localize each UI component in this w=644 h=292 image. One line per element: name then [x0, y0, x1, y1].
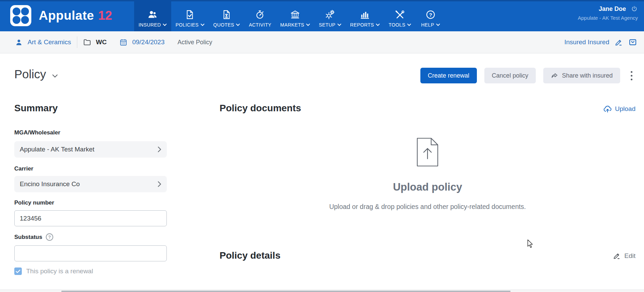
dropzone-hint: Upload or drag & drop policies and other… — [220, 203, 635, 211]
substatus-input[interactable] — [14, 245, 167, 261]
create-renewal-button[interactable]: Create renewal — [420, 68, 477, 83]
document-dropzone[interactable]: Upload policy Upload or drag & drop poli… — [220, 137, 635, 211]
nav-item-help[interactable]: ? HELP — [416, 0, 446, 31]
nav-label: HELP — [421, 22, 434, 28]
edit-pencil-icon — [613, 252, 621, 260]
nav-item-markets[interactable]: MARKETS — [276, 0, 314, 31]
share-with-insured-button[interactable]: Share with insured — [543, 68, 620, 83]
share-label: Share with insured — [562, 72, 613, 79]
edit-pencil-icon[interactable] — [615, 38, 623, 46]
carrier-value: Encino Insurance Co — [20, 180, 80, 188]
effective-date-group[interactable]: 09/24/2023 — [119, 38, 164, 46]
upload-link[interactable]: Upload — [603, 105, 635, 113]
chevron-down-icon — [376, 23, 380, 26]
chevron-down-icon — [407, 23, 411, 26]
reports-icon — [360, 10, 370, 20]
person-icon — [15, 38, 23, 46]
chevron-down-icon — [436, 23, 440, 26]
svg-text:?: ? — [429, 12, 432, 18]
top-nav-bar: Appulate12 INSURED POLICIES QUOTES — [0, 0, 644, 31]
policy-number-input[interactable] — [14, 210, 167, 226]
substatus-label-text: Substatus — [14, 234, 42, 241]
mga-value: Appulate - AK Test Market — [20, 146, 94, 153]
quotes-icon — [222, 10, 232, 20]
effective-date[interactable]: 09/24/2023 — [132, 38, 164, 46]
dropzone-title: Upload policy — [220, 181, 635, 193]
chevron-down-icon — [306, 23, 310, 26]
insured-context-bar: Art & Ceramics WC 09/24/2023 Active Poli… — [0, 31, 644, 53]
brand-name: Appulate — [39, 9, 94, 22]
chevron-down-icon — [163, 23, 167, 26]
page-title-chevron-down-icon[interactable] — [52, 74, 58, 78]
policy-status: Active Policy — [178, 39, 212, 46]
nav-item-insured[interactable]: INSURED — [134, 0, 171, 31]
document-upload-icon — [416, 137, 439, 167]
substatus-help-icon[interactable]: ? — [45, 233, 54, 241]
appulate-clover-icon — [10, 5, 31, 26]
nav-label: MARKETS — [280, 22, 304, 28]
nav-label: POLICIES — [176, 22, 199, 28]
renewal-checkbox-label: This policy is a renewal — [26, 267, 93, 275]
activity-icon — [255, 10, 265, 20]
policy-details-heading: Policy details — [220, 250, 280, 261]
nav-label: ACTIVITY — [249, 22, 271, 28]
svg-text:?: ? — [48, 234, 51, 240]
nav-label: TOOLS — [389, 22, 405, 28]
nav-label: INSURED — [139, 22, 161, 28]
renewal-checkbox[interactable] — [14, 267, 22, 275]
chevron-right-icon — [158, 181, 161, 187]
insured-icon — [147, 10, 158, 20]
substatus-label: Substatus ? — [14, 233, 54, 241]
cancel-policy-button[interactable]: Cancel policy — [484, 68, 536, 83]
nav-item-reports[interactable]: REPORTS — [346, 0, 384, 31]
divider — [77, 36, 77, 48]
folder-icon — [83, 38, 91, 46]
nav-item-quotes[interactable]: QUOTES — [209, 0, 245, 31]
user-menu: Jane Doe Appulate - AK Test Agency — [578, 5, 638, 21]
insured-contact[interactable]: Insured Insured — [564, 38, 609, 46]
summary-heading: Summary — [14, 103, 167, 114]
line-of-business: WC — [83, 38, 107, 46]
app-logo[interactable]: Appulate12 — [10, 5, 112, 26]
mouse-cursor — [527, 239, 534, 248]
brand-version: 12 — [98, 9, 112, 22]
nav-label: REPORTS — [350, 22, 374, 28]
lob-code: WC — [96, 38, 107, 46]
carrier-label: Carrier — [14, 165, 33, 172]
chevron-down-icon — [337, 23, 341, 26]
nav-label: QUOTES — [213, 22, 235, 28]
chevron-right-icon — [158, 146, 161, 152]
markets-icon — [290, 10, 300, 20]
setup-icon — [325, 10, 335, 20]
calendar-icon — [119, 38, 127, 46]
logout-power-icon[interactable] — [631, 5, 638, 13]
nav-item-policies[interactable]: POLICIES — [171, 0, 209, 31]
page-title: Policy — [14, 67, 46, 81]
carrier-selector[interactable]: Encino Insurance Co — [14, 176, 167, 192]
envelope-icon[interactable] — [628, 38, 637, 46]
edit-link-label: Edit — [624, 252, 635, 260]
nav-label: SETUP — [319, 22, 336, 28]
nav-item-activity[interactable]: ACTIVITY — [244, 0, 276, 31]
upload-link-label: Upload — [615, 105, 635, 113]
more-options-kebab[interactable] — [628, 68, 635, 83]
share-arrow-icon — [551, 72, 559, 80]
chevron-down-icon — [236, 23, 240, 26]
header-actions: Create renewal Cancel policy Share with … — [420, 68, 635, 83]
edit-details-link[interactable]: Edit — [613, 252, 635, 260]
cloud-upload-icon — [603, 105, 612, 113]
policy-documents-heading: Policy documents — [220, 103, 635, 114]
main-nav: INSURED POLICIES QUOTES ACTIVITY — [134, 0, 446, 31]
chevron-down-icon — [200, 23, 205, 26]
mga-selector[interactable]: Appulate - AK Test Market — [14, 141, 167, 158]
nav-item-setup[interactable]: SETUP — [315, 0, 346, 31]
insured-link[interactable]: Art & Ceramics — [15, 38, 71, 46]
nav-item-tools[interactable]: TOOLS — [384, 0, 416, 31]
user-agency: Appulate - AK Test Agency — [578, 15, 638, 21]
horizontal-scrollbar — [0, 290, 644, 292]
horizontal-scrollbar-thumb[interactable] — [61, 291, 511, 292]
user-name[interactable]: Jane Doe — [599, 5, 626, 13]
insured-name[interactable]: Art & Ceramics — [28, 38, 71, 46]
help-icon: ? — [425, 10, 436, 20]
policy-number-label: Policy number — [14, 199, 54, 206]
